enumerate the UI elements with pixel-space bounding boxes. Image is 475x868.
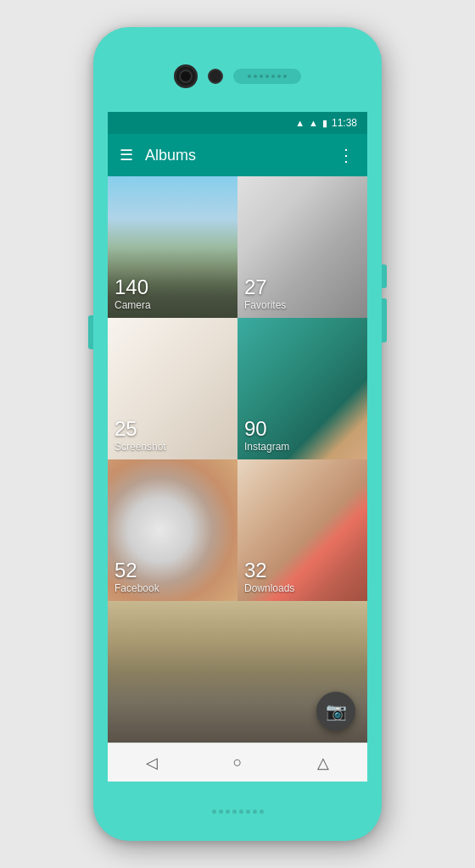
speaker-dot [232,810,237,814]
recents-button[interactable]: △ [304,747,343,779]
album-camera-name: Camera [115,299,151,311]
album-downloads-count: 32 [244,560,294,581]
phone-frame: ▲ ▲ ▮ 11:38 ☰ Albums ⋮ 140 Camera [93,27,382,841]
speaker-dot [283,75,287,78]
album-downloads-info: 32 Downloads [244,560,294,594]
battery-icon: ▮ [322,118,327,129]
volume-right-button[interactable] [382,298,387,342]
app-bar-title: Albums [145,147,338,164]
bottom-speaker [204,804,271,819]
album-favorites-count: 27 [244,277,286,298]
signal-icon: ▲ [309,118,318,128]
album-screenshot-count: 25 [115,419,166,439]
status-time: 11:38 [332,117,357,129]
camera-fab[interactable]: 📷 [316,692,355,731]
album-camera-count: 140 [115,277,151,298]
album-favorites-info: 27 Favorites [244,277,286,311]
speaker-dot [271,75,275,78]
album-item-screenshot[interactable]: 25 Screenshot [108,318,238,459]
speaker-dot [260,75,263,78]
album-instagram-name: Instagram [244,441,289,453]
album-downloads-name: Downloads [244,582,294,594]
status-icons: ▲ ▲ ▮ 11:38 [295,117,357,129]
phone-top-hardware [93,27,382,112]
album-item-downloads[interactable]: 32 Downloads [238,459,367,601]
speaker-dot [246,810,250,814]
speaker-dot [260,810,264,814]
album-item-facebook[interactable]: 52 Facebook [108,459,238,601]
speaker-dot [219,810,223,814]
album-camera-info: 140 Camera [115,277,151,311]
app-bar: ☰ Albums ⋮ [108,134,367,176]
speaker-dot [277,75,281,78]
speaker-dot [265,75,269,78]
album-favorites-name: Favorites [244,299,286,311]
album-item-instagram[interactable]: 90 Instagram [238,318,367,459]
speaker-dot [212,810,216,814]
album-instagram-info: 90 Instagram [244,419,289,453]
speaker-dot [248,75,251,78]
power-button[interactable] [382,264,387,288]
menu-icon[interactable]: ☰ [120,146,133,164]
wifi-icon: ▲ [295,118,305,128]
main-camera-lens [174,64,198,88]
camera-area [174,64,301,88]
speaker-dot [253,810,257,814]
album-facebook-count: 52 [115,560,159,581]
more-options-icon[interactable]: ⋮ [338,145,355,165]
album-item-camera[interactable]: 140 Camera [108,176,238,318]
home-button[interactable]: ○ [220,747,256,778]
screen: ▲ ▲ ▮ 11:38 ☰ Albums ⋮ 140 Camera [108,112,367,782]
album-screenshot-name: Screenshot [115,441,166,453]
secondary-camera [208,69,223,84]
speaker-dot [226,810,230,814]
phone-bottom-hardware [93,782,382,841]
back-button[interactable]: ◁ [132,747,171,779]
speaker-dot [254,75,257,78]
camera-fab-icon: 📷 [326,701,347,721]
volume-button[interactable] [88,315,93,349]
album-instagram-count: 90 [244,419,289,439]
top-speaker [233,69,301,84]
nav-bar: ◁ ○ △ [108,743,367,782]
album-item-favorites[interactable]: 27 Favorites [238,176,367,318]
album-grid: 140 Camera 27 Favorites 25 Screenshot [108,176,367,743]
album-screenshot-info: 25 Screenshot [115,419,166,453]
album-facebook-name: Facebook [115,582,159,594]
album-facebook-info: 52 Facebook [115,560,159,594]
status-bar: ▲ ▲ ▮ 11:38 [108,112,367,134]
speaker-dot [239,810,243,814]
